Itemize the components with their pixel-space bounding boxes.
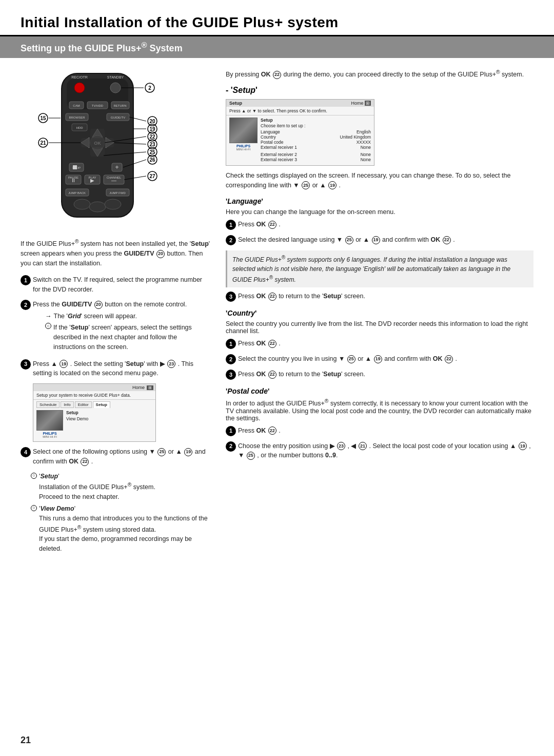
callout-25-cntry: 25 (347, 355, 355, 363)
callout-22-lang3: 22 (268, 293, 276, 301)
lang-step-2: 2 Select the desired language using ▼ 25… (226, 235, 533, 245)
country-step-3: 3 Press OK 22 to return to the 'Setup' s… (226, 370, 533, 380)
lang-step-3: 3 Press OK 22 to return to the 'Setup' s… (226, 292, 533, 302)
svg-point-4 (110, 83, 121, 93)
svg-text:26: 26 (149, 157, 155, 163)
callout-25-lang: 25 (345, 236, 353, 244)
option-view-demo: ○ 'View Demo' This runs a demo that intr… (31, 504, 210, 554)
screen-box-left: Home ⊞ Setup your system to receive GUID… (33, 383, 210, 442)
callout-22-postal1: 22 (268, 427, 276, 435)
bullet-circle-icon: ○ (45, 323, 51, 329)
svg-text:▶: ▶ (90, 178, 94, 183)
lang-step-2-num: 2 (226, 235, 236, 245)
callout-22-lang2: 22 (443, 236, 451, 244)
lang-step-1-content: Press OK 22 . (238, 220, 533, 229)
lang-step-1-num: 1 (226, 220, 236, 230)
callout-ok-22: 22 (273, 71, 281, 79)
country-step-1-content: Press OK 22 . (238, 339, 533, 348)
svg-text:JUMP FWD: JUMP FWD (109, 191, 126, 195)
svg-text:15: 15 (40, 115, 46, 121)
svg-text:27: 27 (149, 173, 155, 179)
step-4-content: Select one of the following options usin… (33, 447, 210, 467)
postal-desc: In order to adjust the GUIDE Plus+® syst… (226, 398, 533, 421)
callout-25-postal: 25 (247, 452, 255, 460)
italic-note: The GUIDE Plus+® system supports only 6 … (226, 250, 533, 287)
callout-23a: 23 (167, 360, 175, 368)
step-3-num: 3 (21, 359, 31, 370)
callout-22-cntry1: 22 (268, 340, 276, 348)
setup-screen-right: Setup Home ⊞ Press ▲ or ▼ to select. The… (226, 99, 374, 166)
country-step-1: 1 Press OK 22 . (226, 339, 533, 349)
page-header: Initial Installation of the GUIDE Plus+ … (0, 0, 554, 36)
svg-text:—: — (111, 178, 116, 183)
svg-text:⏸: ⏸ (71, 178, 76, 183)
svg-rect-25 (81, 138, 114, 147)
arrow-icon: → (45, 312, 52, 321)
svg-text:21: 21 (40, 140, 46, 146)
svg-point-47 (105, 199, 121, 209)
svg-text:+: + (115, 164, 118, 171)
postal-step-1-num: 1 (226, 426, 236, 436)
postal-step-1: 1 Press OK 22 . (226, 426, 533, 436)
callout-19c: 19 (328, 181, 337, 189)
option-circle-2: ○ (31, 505, 37, 511)
country-step-2: 2 Select the country you live in using ▼… (226, 354, 533, 364)
postal-step-2-num: 2 (226, 441, 236, 452)
option-setup: ○ 'Setup' Installation of the GUIDE Plus… (31, 472, 210, 502)
page-title: Initial Installation of the GUIDE Plus+ … (21, 14, 533, 31)
svg-text:JUMP BACK: JUMP BACK (68, 191, 86, 195)
sub-step-arrow: → The 'Grid' screen will appear. (45, 312, 210, 321)
callout-22-cntry2: 22 (445, 355, 453, 363)
svg-point-45 (74, 199, 90, 209)
svg-text:20: 20 (149, 119, 155, 124)
svg-text:BROWSER: BROWSER (69, 116, 85, 119)
lang-step-2-content: Select the desired language using ▼ 25 o… (238, 235, 533, 245)
setup-section-title: 'Setup' (226, 86, 533, 95)
svg-point-2 (74, 83, 85, 93)
country-desc: Select the country you currently live fr… (226, 320, 533, 335)
callout-20b: 20 (94, 301, 103, 309)
svg-text:19: 19 (149, 126, 155, 132)
svg-text:REC/OTR: REC/OTR (71, 75, 88, 79)
lang-step-3-content: Press OK 22 to return to the 'Setup' scr… (238, 292, 533, 301)
callout-22-cntry3: 22 (268, 371, 276, 379)
svg-text:HDD: HDD (76, 126, 84, 129)
svg-text:2: 2 (148, 85, 151, 91)
country-step-2-num: 2 (226, 354, 236, 364)
intro-text-left: If the GUIDE Plus+® system has not been … (21, 238, 210, 268)
svg-text:CAM: CAM (73, 104, 80, 107)
step-4-num: 4 (21, 447, 31, 457)
remote-image-area: REC/OTR STANDBY CAM TV/HDD RETURN (21, 68, 210, 232)
section-title: Setting up the GUIDE Plus+® System (21, 41, 533, 54)
right-column: By pressing OK 22 during the demo, you c… (226, 68, 533, 556)
callout-19-cntry: 19 (374, 355, 382, 363)
country-step-2-content: Select the country you live in using ▼ 2… (238, 354, 533, 364)
language-section-title: 'Language' (226, 197, 533, 205)
svg-text:22: 22 (149, 134, 155, 140)
svg-text:25: 25 (149, 149, 155, 155)
svg-text:TV/HDD: TV/HDD (92, 104, 104, 107)
callout-25b: 25 (302, 181, 310, 189)
country-step-1-num: 1 (226, 339, 236, 349)
callout-21-postal: 21 (359, 442, 367, 450)
callout-25a: 25 (157, 448, 166, 456)
step-4-block: 4 Select one of the following options us… (21, 447, 210, 467)
callout-20: 20 (156, 250, 165, 258)
callout-23-postal: 23 (337, 442, 345, 450)
check-instruction: Check the settings displayed on the scre… (226, 171, 533, 190)
svg-text:STANDBY: STANDBY (107, 75, 124, 79)
step-3-block: 3 Press ▲ 19 . Select the setting 'Setup… (21, 359, 210, 379)
sub-step-circle: ○ If the 'Setup' screen' appears, select… (45, 323, 210, 352)
lang-step-3-num: 3 (226, 292, 236, 302)
option-view-demo-content: 'View Demo' This runs a demo that introd… (39, 504, 210, 554)
step-1-block: 1 Switch on the TV. If required, select … (21, 275, 210, 295)
callout-19b: 19 (184, 448, 192, 456)
country-step-3-num: 3 (226, 370, 236, 380)
step-2-block: 2 Press the GUIDE/TV 20 button on the re… (21, 300, 210, 354)
postal-step-1-content: Press OK 22 . (238, 426, 533, 436)
lang-step-1: 1 Press OK 22 . (226, 220, 533, 230)
postal-step-2: 2 Choose the entry position using ▶ 23 ,… (226, 441, 533, 461)
step-2-num: 2 (21, 300, 31, 310)
callout-19-lang: 19 (372, 236, 380, 244)
callout-22-lang1: 22 (268, 221, 276, 229)
